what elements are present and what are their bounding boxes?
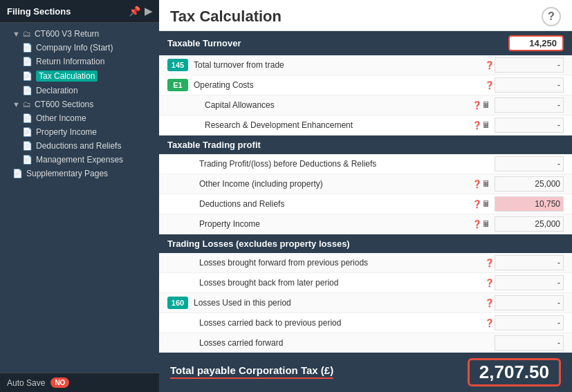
input-other-income-prop[interactable] [495,176,564,192]
doc-icon: 📄 [22,57,33,66]
sidebar-item-other-income[interactable]: 📄 Other Income [0,111,159,125]
sidebar-item-label: Company Info (Start) [36,43,113,53]
help-icon[interactable]: ❓ [472,180,482,189]
doc-icon: 📄 [22,141,33,151]
sidebar: Filing Sections 📌 ▶ ▼ 🗂 CT600 V3 Return … [0,0,159,392]
row-label: Losses brought forward from previous per… [194,258,482,268]
row-total-turnover: 145 Total turnover from trade ❓ [159,55,572,75]
row-other-income-prop: Other Income (including property) ❓ 🖩 [159,174,572,194]
folder-icon: 🗂 [23,29,31,39]
input-capital-allowances[interactable] [495,97,564,113]
input-losses-used[interactable] [495,295,564,310]
taxable-turnover-value: 14,250 [508,35,564,51]
help-icon[interactable]: ❓ [472,200,482,209]
input-losses-brought-back[interactable] [495,275,564,290]
autosave-label: Auto Save [7,378,45,388]
autosave-bar: Auto Save NO [0,373,159,392]
badge-145: 145 [167,59,188,71]
toggle-icon: ▼ [12,100,20,109]
sidebar-item-supplementary-pages[interactable]: 📄 Supplementary Pages [0,167,159,180]
sidebar-item-label: CT600 V3 Return [35,29,99,39]
doc-icon: 📄 [12,169,23,178]
input-losses-carried-forward[interactable] [495,335,564,351]
bottom-bar: Total payable Corporation Tax (£) 2,707.… [159,353,572,392]
expand-icon[interactable]: ▶ [145,6,152,17]
input-deductions-reliefs[interactable] [495,196,564,212]
help-icon[interactable]: ❓ [485,61,495,70]
help-icon[interactable]: ❓ [485,81,495,90]
form-area: Taxable Turnover 14,250 145 Total turnov… [159,31,572,353]
sidebar-header-icons: 📌 ▶ [129,6,152,17]
input-losses-carried-back[interactable] [495,315,564,330]
trading-losses-label: Trading Losses (excludes property losses… [167,239,350,249]
pin-icon[interactable]: 📌 [129,6,140,17]
main-content: Tax Calculation ? Taxable Turnover 14,25… [159,0,572,392]
help-icon[interactable]: ❓ [485,259,495,268]
sidebar-item-return-info[interactable]: 📄 Return Information [0,55,159,68]
calc-icon[interactable]: 🖩 [482,100,490,110]
help-icon[interactable]: ❓ [485,299,495,308]
sidebar-item-label: Return Information [36,57,104,66]
sidebar-item-declaration[interactable]: 📄 Declaration [0,84,159,97]
row-losses-brought-back: Losses brought back from later period ❓ [159,273,572,293]
sidebar-item-tax-calc[interactable]: 📄 Tax Calculation [0,68,159,84]
help-icon[interactable]: ❓ [472,121,482,130]
row-losses-brought-forward: Losses brought forward from previous per… [159,253,572,273]
page-title: Tax Calculation [170,8,282,26]
doc-icon: 📄 [22,71,33,81]
calc-icon[interactable]: 🖩 [482,120,490,130]
sidebar-item-ct600-sections[interactable]: ▼ 🗂 CT600 Sections [0,97,159,111]
sidebar-item-company-info[interactable]: 📄 Company Info (Start) [0,41,159,55]
total-value-box: 2,707.50 [468,358,561,386]
badge-160: 160 [167,297,188,309]
calc-icon[interactable]: 🖩 [482,199,490,209]
sidebar-item-label: Supplementary Pages [26,169,108,178]
input-operating-costs[interactable] [495,77,564,93]
sidebar-item-management-expenses[interactable]: 📄 Management Expenses [0,153,159,167]
row-label: Losses carried back to previous period [194,318,482,328]
row-label: Trading Profit/(loss) before Deductions … [194,159,495,169]
calc-icon[interactable]: 🖩 [482,179,490,189]
row-label: Other Income (including property) [194,179,470,189]
doc-icon: 📄 [22,155,33,165]
row-label: Total turnover from trade [194,60,482,70]
taxable-turnover-label: Taxable Turnover [167,38,241,48]
help-icon[interactable]: ❓ [472,101,482,110]
doc-icon: 📄 [22,113,33,123]
autosave-toggle[interactable]: NO [50,377,69,388]
help-button[interactable]: ? [542,7,561,26]
badge-e1: E1 [167,79,188,91]
help-icon[interactable]: ❓ [485,279,495,288]
sidebar-item-ct600-return[interactable]: ▼ 🗂 CT600 V3 Return [0,27,159,41]
row-rd-enhancement: Research & Development Enhancement ❓ 🖩 [159,115,572,136]
toggle-icon: ▼ [12,30,20,38]
sidebar-title: Filing Sections [7,6,71,17]
input-property-income[interactable] [495,216,564,232]
input-losses-brought-forward[interactable] [495,255,564,270]
sidebar-item-deductions-reliefs[interactable]: 📄 Deductions and Reliefs [0,139,159,153]
sidebar-item-property-income[interactable]: 📄 Property Income [0,125,159,139]
sidebar-item-label: Other Income [36,113,86,123]
sidebar-item-label: Property Income [36,127,97,137]
input-rd-enhancement[interactable] [495,118,564,133]
row-label: Losses carried forward [194,338,495,348]
total-value: 2,707.50 [479,362,549,382]
sidebar-header: Filing Sections 📌 ▶ [0,0,159,23]
input-total-turnover[interactable] [495,57,564,73]
row-losses-carried-forward: Losses carried forward [159,333,572,353]
main-header: Tax Calculation ? [159,0,572,31]
row-trading-profit-loss: Trading Profit/(loss) before Deductions … [159,154,572,174]
total-label: Total payable Corporation Tax (£) [170,364,333,376]
calc-icon[interactable]: 🖩 [482,219,490,229]
taxable-trading-header: Taxable Trading profit [159,136,572,154]
sidebar-item-label: CT600 Sections [35,100,93,109]
input-trading-profit-loss[interactable] [495,156,564,171]
sidebar-item-label: Tax Calculation [36,71,98,82]
help-icon[interactable]: ❓ [472,220,482,229]
row-deductions-reliefs: Deductions and Reliefs ❓ 🖩 [159,194,572,214]
row-property-income: Property Income ❓ 🖩 [159,214,572,234]
row-losses-carried-back: Losses carried back to previous period ❓ [159,313,572,333]
sidebar-tree: ▼ 🗂 CT600 V3 Return 📄 Company Info (Star… [0,23,159,373]
row-label: Deductions and Reliefs [194,199,470,209]
help-icon[interactable]: ❓ [485,319,495,328]
